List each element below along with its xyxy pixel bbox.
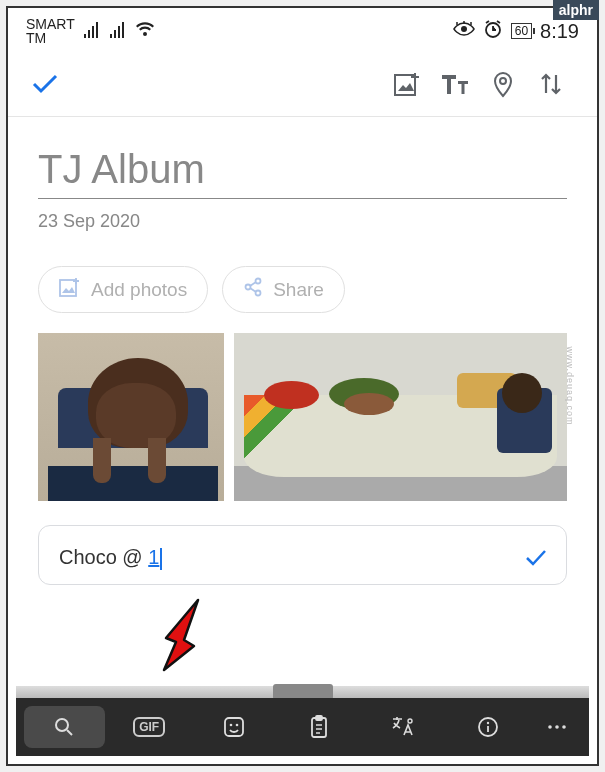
album-date: 23 Sep 2020 [38, 211, 567, 232]
confirm-button[interactable] [30, 72, 60, 100]
svg-point-16 [487, 722, 489, 724]
keyboard-sticker-button[interactable] [194, 706, 275, 748]
keyboard-translate-button[interactable] [363, 706, 444, 748]
album-title-input[interactable]: TJ Album [38, 147, 567, 199]
keyboard-clipboard-button[interactable] [278, 706, 359, 748]
text-cursor [160, 548, 162, 570]
caption-confirm-icon[interactable] [524, 548, 548, 574]
add-image-icon[interactable] [383, 71, 431, 101]
location-icon[interactable] [479, 70, 527, 102]
add-photos-button[interactable]: Add photos [38, 266, 208, 313]
caption-input[interactable]: Choco @ 1 [38, 525, 567, 585]
share-icon [243, 277, 263, 302]
clock-time: 8:19 [540, 20, 579, 43]
keyboard-search-button[interactable] [24, 706, 105, 748]
keyboard-more-button[interactable] [533, 706, 581, 748]
battery-icon: 60 [511, 23, 532, 39]
share-label: Share [273, 279, 324, 301]
carrier-label-1: SMART [26, 17, 75, 31]
add-photo-icon [59, 277, 81, 302]
sort-icon[interactable] [527, 71, 575, 101]
eye-icon [453, 21, 475, 42]
svg-point-18 [555, 725, 559, 729]
svg-rect-9 [225, 718, 243, 736]
photo-thumbnail-2[interactable] [234, 333, 567, 501]
svg-point-0 [461, 26, 467, 32]
svg-point-8 [56, 719, 68, 731]
svg-point-10 [230, 724, 233, 727]
signal-icon-2 [109, 22, 127, 40]
caption-link: 1 [148, 546, 159, 568]
signal-icon-1 [83, 22, 101, 40]
svg-point-19 [562, 725, 566, 729]
edit-toolbar [8, 52, 597, 117]
svg-point-17 [548, 725, 552, 729]
svg-rect-4 [60, 280, 76, 296]
text-format-icon[interactable] [431, 72, 479, 100]
keyboard-info-button[interactable] [448, 706, 529, 748]
wifi-icon [135, 22, 155, 40]
keyboard-toolbar: GIF [16, 698, 589, 756]
svg-point-14 [408, 719, 412, 723]
watermark-badge: alphr [553, 0, 599, 20]
caption-text: Choco @ [59, 546, 148, 568]
status-bar: SMART TM 60 8:19 [8, 8, 597, 52]
keyboard-gif-button[interactable]: GIF [109, 706, 190, 748]
alarm-icon [483, 19, 503, 44]
svg-point-11 [236, 724, 239, 727]
share-button[interactable]: Share [222, 266, 345, 313]
svg-point-3 [500, 78, 506, 84]
photo-thumbnail-1[interactable] [38, 333, 224, 501]
watermark-side: www.deuaq.com [564, 346, 574, 425]
annotation-arrow [150, 596, 220, 680]
carrier-label-2: TM [26, 31, 75, 45]
add-photos-label: Add photos [91, 279, 187, 301]
